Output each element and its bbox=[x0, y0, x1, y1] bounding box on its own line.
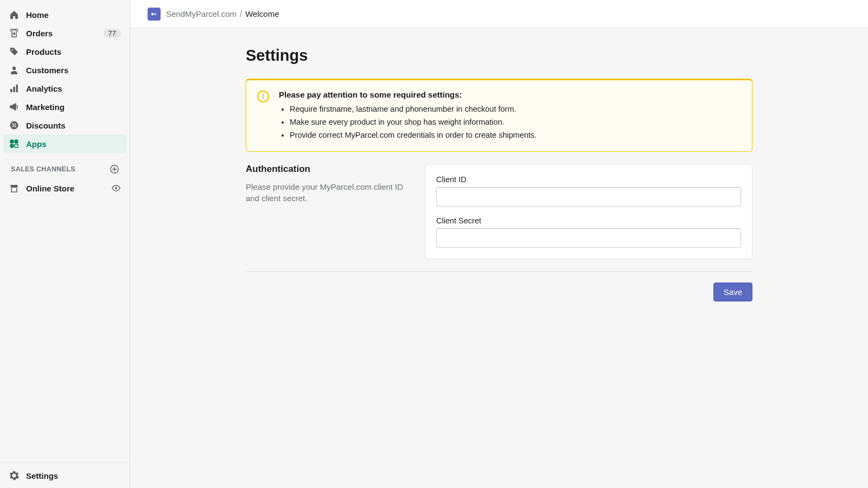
section-title: Authentication bbox=[246, 164, 412, 175]
svg-point-0 bbox=[12, 49, 14, 51]
sidebar-item-label: Marketing bbox=[26, 102, 121, 112]
app-root: Home Orders 77 Products Customers bbox=[0, 0, 868, 488]
authentication-section: Authentication Please provide your MyPar… bbox=[246, 164, 752, 259]
client-secret-label: Client Secret bbox=[436, 216, 741, 225]
sidebar-item-online-store[interactable]: Online Store bbox=[3, 179, 126, 197]
alert-body: Please pay attention to some required se… bbox=[279, 90, 741, 144]
sidebar-item-label: Discounts bbox=[26, 121, 121, 130]
sidebar-item-settings[interactable]: Settings bbox=[3, 466, 126, 485]
svg-rect-3 bbox=[13, 87, 15, 92]
store-icon bbox=[9, 183, 20, 194]
alert-item: Provide correct MyParcel.com credentials… bbox=[290, 131, 741, 139]
svg-point-17 bbox=[154, 13, 156, 15]
sidebar-item-label: Products bbox=[26, 47, 121, 56]
analytics-icon bbox=[9, 83, 20, 94]
home-icon bbox=[9, 9, 20, 20]
warning-alert: ! Please pay attention to some required … bbox=[246, 79, 752, 152]
sidebar-item-label: Home bbox=[26, 10, 121, 20]
topbar: SendMyParcel.com / Welcome bbox=[130, 0, 868, 28]
client-secret-input[interactable] bbox=[436, 228, 741, 248]
main: SendMyParcel.com / Welcome Settings ! Pl… bbox=[130, 0, 868, 488]
content-inner: Settings ! Please pay attention to some … bbox=[246, 47, 752, 470]
sidebar: Home Orders 77 Products Customers bbox=[0, 0, 130, 488]
sidebar-nav: Home Orders 77 Products Customers bbox=[0, 5, 130, 463]
alert-heading: Please pay attention to some required se… bbox=[279, 90, 741, 99]
plus-circle-icon bbox=[110, 164, 119, 174]
svg-point-1 bbox=[12, 67, 16, 70]
orders-badge: 77 bbox=[104, 29, 121, 38]
breadcrumb-app[interactable]: SendMyParcel.com bbox=[166, 9, 237, 18]
section-card: Client ID Client Secret bbox=[425, 164, 752, 259]
view-store-button[interactable] bbox=[111, 183, 121, 193]
sidebar-item-label: Analytics bbox=[26, 84, 121, 93]
sidebar-item-orders[interactable]: Orders 77 bbox=[3, 24, 126, 42]
section-header-label: SALES CHANNELS bbox=[11, 165, 75, 173]
svg-rect-11 bbox=[15, 144, 18, 147]
sidebar-item-label: Settings bbox=[26, 471, 121, 480]
svg-rect-2 bbox=[10, 89, 12, 92]
sidebar-item-discounts[interactable]: Discounts bbox=[3, 116, 126, 134]
sidebar-bottom: Settings bbox=[0, 463, 130, 488]
breadcrumb-separator: / bbox=[240, 9, 242, 18]
add-channel-button[interactable] bbox=[109, 164, 120, 175]
marketing-icon bbox=[9, 101, 20, 112]
sales-channels-header: SALES CHANNELS bbox=[3, 153, 126, 179]
breadcrumb: SendMyParcel.com / Welcome bbox=[166, 9, 279, 18]
customers-icon bbox=[9, 65, 20, 75]
gear-icon bbox=[9, 470, 20, 481]
sidebar-item-products[interactable]: Products bbox=[3, 42, 126, 61]
alert-item: Require firstname, lastname and phonenum… bbox=[290, 105, 741, 113]
svg-rect-4 bbox=[16, 85, 18, 92]
svg-rect-10 bbox=[10, 144, 14, 147]
discounts-icon bbox=[9, 120, 20, 131]
section-description: Please provide your MyParcel.com client … bbox=[246, 181, 412, 204]
save-button[interactable]: Save bbox=[713, 282, 752, 301]
sidebar-item-analytics[interactable]: Analytics bbox=[3, 79, 126, 98]
client-id-label: Client ID bbox=[436, 175, 741, 184]
orders-icon bbox=[9, 28, 20, 38]
page-title: Settings bbox=[246, 47, 752, 65]
warning-icon: ! bbox=[257, 91, 269, 102]
svg-point-15 bbox=[115, 187, 117, 189]
sidebar-item-marketing[interactable]: Marketing bbox=[3, 98, 126, 116]
client-id-input[interactable] bbox=[436, 187, 741, 207]
apps-icon bbox=[9, 138, 20, 149]
sidebar-item-label: Customers bbox=[26, 66, 121, 75]
sidebar-item-customers[interactable]: Customers bbox=[3, 61, 126, 79]
svg-point-16 bbox=[151, 12, 154, 15]
section-info: Authentication Please provide your MyPar… bbox=[246, 164, 412, 259]
svg-point-7 bbox=[15, 126, 16, 127]
divider bbox=[246, 271, 752, 272]
products-icon bbox=[9, 46, 20, 57]
svg-rect-8 bbox=[10, 140, 14, 143]
alert-list: Require firstname, lastname and phonenum… bbox=[279, 105, 741, 139]
actions-row: Save bbox=[246, 282, 752, 301]
sidebar-item-label: Orders bbox=[26, 29, 97, 38]
client-secret-field: Client Secret bbox=[436, 216, 741, 248]
sidebar-item-apps[interactable]: Apps bbox=[3, 134, 126, 153]
content: Settings ! Please pay attention to some … bbox=[130, 28, 868, 488]
svg-point-6 bbox=[12, 123, 14, 125]
sidebar-item-label: Online Store bbox=[26, 184, 105, 193]
svg-rect-9 bbox=[15, 140, 18, 143]
eye-icon bbox=[111, 183, 121, 193]
sidebar-item-label: Apps bbox=[26, 139, 121, 149]
sidebar-item-home[interactable]: Home bbox=[3, 5, 126, 24]
alert-item: Make sure every product in your shop has… bbox=[290, 118, 741, 126]
client-id-field: Client ID bbox=[436, 175, 741, 207]
app-logo-icon bbox=[148, 8, 161, 21]
breadcrumb-current: Welcome bbox=[245, 9, 279, 18]
